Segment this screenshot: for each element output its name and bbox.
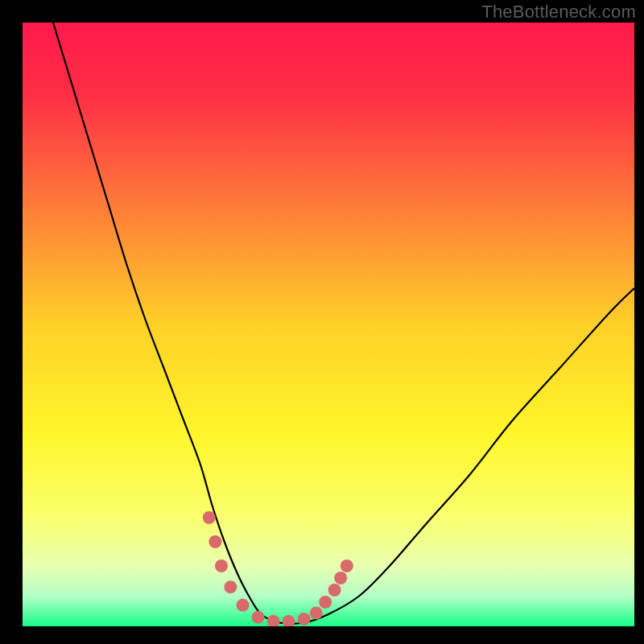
trough-dot [237, 599, 250, 612]
bottleneck-chart [0, 0, 644, 644]
trough-dot [310, 607, 323, 620]
trough-dot [224, 580, 237, 593]
plot-background [23, 23, 634, 626]
trough-dot [328, 584, 341, 597]
trough-dot [203, 511, 216, 524]
trough-dot [208, 535, 221, 548]
trough-dot [341, 559, 353, 572]
watermark-text: TheBottleneck.com [481, 2, 636, 23]
trough-dot [215, 559, 228, 572]
trough-dot [298, 613, 311, 625]
chart-frame: TheBottleneck.com [0, 0, 644, 644]
trough-dot [252, 611, 265, 624]
trough-dot [267, 615, 280, 628]
trough-dot [283, 615, 295, 628]
trough-dot [334, 572, 347, 584]
trough-dot [319, 596, 332, 609]
